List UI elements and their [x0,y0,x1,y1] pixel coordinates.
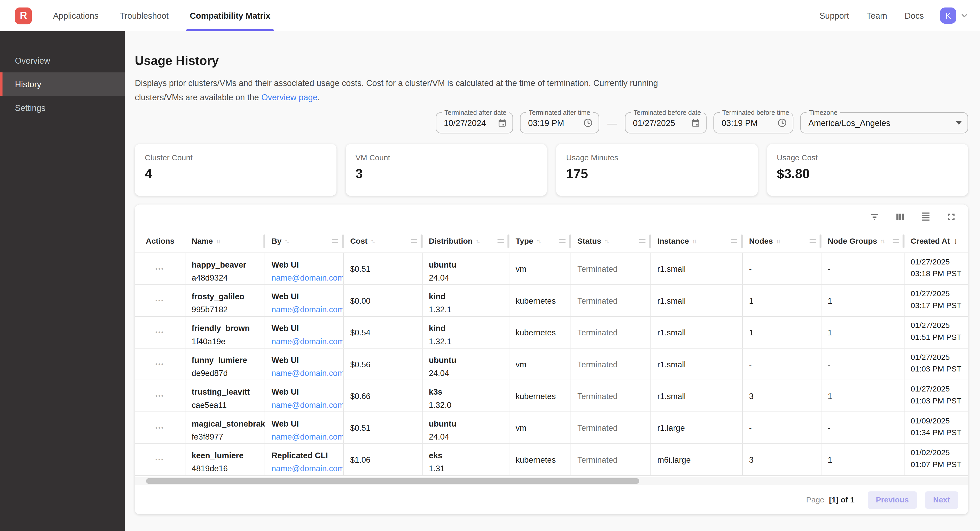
cell-nodes: 3 [743,444,821,475]
nav-tab-troubleshoot[interactable]: Troubleshoot [119,0,169,31]
column-separator[interactable] [819,234,821,248]
created-by-email-link[interactable]: name@domain.com [272,398,340,412]
terminated-before-time-value[interactable]: 03:19 PM [721,118,773,128]
terminated-after-date-value[interactable]: 10/27/2024 [444,118,494,128]
fullscreen-icon[interactable] [946,211,957,223]
row-actions-button[interactable]: ••• [156,425,164,431]
density-icon[interactable] [920,211,931,223]
sort-icon[interactable]: ↑↓ [371,238,374,244]
created-by-email-link[interactable]: name@domain.com [272,335,340,348]
row-actions-button[interactable]: ••• [156,265,164,272]
cell-by: Web UI name@domain.com [265,349,344,380]
created-by-email-link[interactable]: name@domain.com [272,462,340,475]
sort-icon[interactable]: ↑↓ [476,238,479,244]
created-by-email-link[interactable]: name@domain.com [272,303,340,316]
row-actions-button[interactable]: ••• [156,298,164,304]
column-menu-icon[interactable] [810,239,816,243]
distribution-name: ubuntu [429,417,505,430]
cell-created-at: 01/27/2025 01:03 PM PST [905,349,968,380]
sidebar-item-overview[interactable]: Overview [0,49,125,72]
cell-instance: r1.small [651,285,743,316]
column-menu-icon[interactable] [498,239,504,243]
column-menu-icon[interactable] [410,239,417,243]
scrollbar-thumb[interactable] [146,478,639,484]
column-separator[interactable] [342,234,344,248]
nav-tab-compatibility-matrix[interactable]: Compatibility Matrix [190,0,270,31]
row-actions-button[interactable]: ••• [156,393,164,399]
nav-tab-applications[interactable]: Applications [53,0,99,31]
column-menu-icon[interactable] [639,239,646,243]
table-body: ••• happy_beaver a48d9324 Web UI name@do… [135,253,968,476]
sort-icon[interactable]: ↑↓ [776,238,780,244]
column-header-by[interactable]: By↑↓ [265,229,344,252]
column-header-created-at[interactable]: Created At↓ [905,229,968,252]
nav-link-team[interactable]: Team [867,11,887,20]
row-actions-button[interactable]: ••• [156,329,164,335]
row-actions-button[interactable]: ••• [156,457,164,463]
dropdown-caret-icon[interactable] [956,121,962,125]
cell-type: kubernetes [509,285,571,316]
nav-link-docs[interactable]: Docs [905,11,924,20]
avatar[interactable]: K [940,8,956,24]
sort-icon[interactable]: ↑↓ [285,238,288,244]
table-row: ••• frosty_galileo 995b7182 Web UI name@… [135,285,968,317]
column-menu-icon[interactable] [332,239,338,243]
calendar-icon[interactable] [498,118,507,128]
created-by-email-link[interactable]: name@domain.com [272,366,340,380]
column-header-cost[interactable]: Cost↑↓ [344,229,422,252]
chevron-down-icon[interactable] [960,11,969,20]
column-header-instance[interactable]: Instance↑↓ [651,229,743,252]
column-header-nodes[interactable]: Nodes↑↓ [743,229,821,252]
column-header-type[interactable]: Type↑↓ [509,229,571,252]
sort-icon[interactable]: ↑↓ [216,238,220,244]
cell-type: vm [509,349,571,380]
terminated-after-time-value[interactable]: 03:19 PM [528,118,579,128]
terminated-before-date-value[interactable]: 01/27/2025 [633,118,687,128]
column-separator[interactable] [508,234,509,248]
column-header-status[interactable]: Status↑↓ [571,229,651,252]
nav-link-support[interactable]: Support [819,11,849,20]
overview-page-link[interactable]: Overview page [261,93,318,102]
sort-icon[interactable]: ↑↓ [536,238,540,244]
row-actions-button[interactable]: ••• [156,361,164,367]
terminated-before-date-field[interactable]: Terminated before date 01/27/2025 [625,112,706,133]
next-button[interactable]: Next [925,491,958,509]
column-separator[interactable] [264,234,265,248]
column-separator[interactable] [649,234,651,248]
previous-button[interactable]: Previous [868,491,917,509]
column-menu-icon[interactable] [892,239,899,243]
sidebar-item-settings[interactable]: Settings [0,96,125,120]
column-separator[interactable] [421,234,423,248]
column-separator[interactable] [741,234,743,248]
column-header-node-groups[interactable]: Node Groups↑↓ [821,229,904,252]
column-header-name[interactable]: Name↑↓ [185,229,265,252]
terminated-after-date-field[interactable]: Terminated after date 10/27/2024 [436,112,513,133]
column-separator[interactable] [570,234,571,248]
clock-icon[interactable] [777,118,787,128]
created-by-email-link[interactable]: name@domain.com [272,271,340,284]
sort-desc-icon[interactable]: ↓ [954,236,958,246]
sort-icon[interactable]: ↑↓ [692,238,696,244]
column-header-distribution[interactable]: Distribution↑↓ [423,229,509,252]
cluster-id: 995b7182 [192,303,261,316]
created-by-email-link[interactable]: name@domain.com [272,430,340,443]
calendar-icon[interactable] [691,118,700,128]
timezone-value[interactable]: America/Los_Angeles [808,118,951,128]
timezone-select[interactable]: Timezone America/Los_Angeles [800,112,968,133]
column-header-actions[interactable]: Actions [135,229,185,252]
sidebar: Overview History Settings [0,31,125,531]
cell-actions: ••• [135,285,185,316]
replicated-logo-icon[interactable]: R [15,7,32,24]
columns-icon[interactable] [894,211,905,223]
terminated-before-time-field[interactable]: Terminated before time 03:19 PM [713,112,793,133]
column-menu-icon[interactable] [731,239,737,243]
sidebar-item-history[interactable]: History [0,72,125,96]
filter-icon[interactable] [869,211,880,223]
clock-icon[interactable] [583,118,593,128]
cell-name: trusting_leavitt cae5ea11 [185,380,265,412]
column-menu-icon[interactable] [559,239,565,243]
sort-icon[interactable]: ↑↓ [605,238,608,244]
sort-icon[interactable]: ↑↓ [880,238,884,244]
terminated-after-time-field[interactable]: Terminated after time 03:19 PM [520,112,599,133]
column-separator[interactable] [902,234,904,248]
